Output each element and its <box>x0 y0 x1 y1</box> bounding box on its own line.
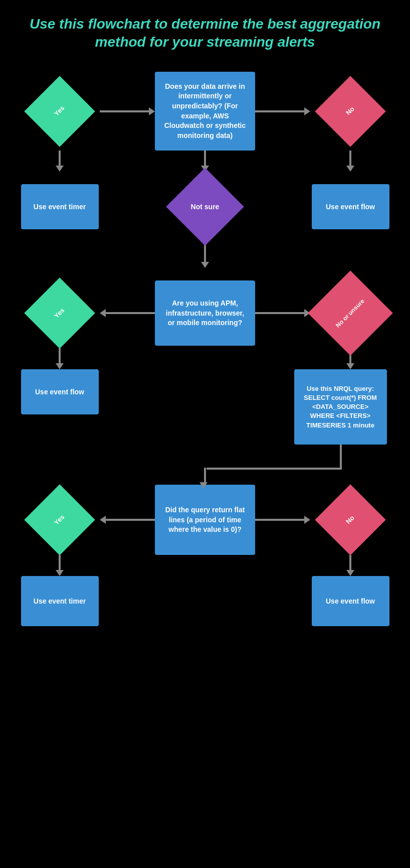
h-connector-yes1-q1 <box>100 107 155 115</box>
result-flow1-box: Use event flow <box>312 184 389 229</box>
nrql-box: Use this NRQL query: SELECT count(*) FRO… <box>294 369 387 445</box>
q2-box: Are you using APM, infrastructure, brows… <box>155 280 255 346</box>
col-right-1: No <box>310 76 390 147</box>
flowchart: Yes Does your data arrive in intermitten… <box>10 72 400 627</box>
yes2-diamond: Yes <box>25 278 95 348</box>
row-3: Yes Are you using APM, infrastructure, b… <box>20 278 390 348</box>
result-timer1-box: Use event timer <box>21 184 99 229</box>
row-5: Yes Did the query return flat lines (a p… <box>20 485 390 555</box>
row-6: Use event timer Use event flow <box>20 576 390 626</box>
no-unsure-diamond: No or unsure <box>315 278 385 348</box>
h-connector-q1-no1 <box>255 107 310 115</box>
result-timer2-box: Use event timer <box>21 576 99 626</box>
not-sure-label: Not sure <box>191 203 220 211</box>
arrow-right-2 <box>304 107 310 115</box>
q3-box: Did the query return flat lines (a perio… <box>155 485 255 555</box>
arrow-right-1 <box>149 107 155 115</box>
col-left-3: Yes <box>20 278 100 348</box>
col-left-5: Yes <box>20 485 100 555</box>
no1-diamond: No <box>315 76 385 147</box>
result-flow2-box: Use event flow <box>21 369 99 414</box>
page-title: Use this flowchart to determine the best… <box>10 15 400 52</box>
page: Use this flowchart to determine the best… <box>0 0 410 868</box>
row-4: Use event flow Use this NRQL query: SELE… <box>20 369 390 445</box>
col-right-3: No or unsure <box>310 278 390 348</box>
q1-box: Does your data arrive in intermittently … <box>155 72 255 151</box>
nrql-to-q3-connector <box>20 445 390 485</box>
col-right-5: No <box>310 485 390 555</box>
yes1-diamond: Yes <box>25 76 95 147</box>
col-left-1: Yes <box>20 76 100 147</box>
not-sure-diamond-wrapper: Not sure <box>170 172 240 242</box>
yes3-diamond: Yes <box>25 485 95 555</box>
row-1: Yes Does your data arrive in intermitten… <box>20 72 390 151</box>
row-2: Use event timer Not sure Use event flow <box>20 172 390 242</box>
result-flow3-box: Use event flow <box>312 576 389 626</box>
no3-diamond: No <box>315 485 385 555</box>
